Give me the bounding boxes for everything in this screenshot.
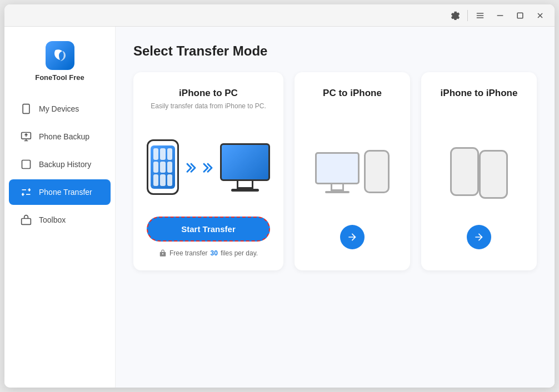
transfer-arrows bbox=[183, 159, 216, 175]
iphone-to-iphone-title: iPhone to iPhone bbox=[441, 88, 518, 99]
iphone-to-pc-bottom: Start Transfer Free transfer 30 files pe… bbox=[147, 217, 270, 257]
menu-button[interactable] bbox=[472, 8, 488, 23]
pc-to-iphone-desc bbox=[351, 102, 353, 120]
settings-button[interactable] bbox=[447, 8, 463, 23]
svg-rect-2 bbox=[477, 17, 484, 18]
sidebar-item-toolbox[interactable]: Toolbox bbox=[9, 207, 111, 233]
iphone-to-iphone-desc bbox=[478, 102, 480, 120]
sidebar-item-phone-transfer-label: Phone Transfer bbox=[39, 188, 92, 197]
sidebar-item-my-devices[interactable]: My Devices bbox=[9, 96, 111, 122]
svg-rect-4 bbox=[517, 13, 523, 18]
iphone-to-iphone-illustration bbox=[450, 131, 508, 212]
page-title: Select Transfer Mode bbox=[133, 43, 537, 59]
notice-count: 30 bbox=[211, 249, 218, 257]
pc-to-iphone-illustration bbox=[315, 131, 390, 212]
title-bar-separator bbox=[467, 10, 468, 21]
phone-small bbox=[364, 150, 390, 193]
device-icon bbox=[20, 103, 32, 115]
svg-rect-3 bbox=[497, 15, 503, 16]
sidebar-item-my-devices-label: My Devices bbox=[39, 104, 79, 113]
toolbox-icon bbox=[20, 214, 32, 226]
lock-icon bbox=[159, 249, 167, 257]
sidebar-item-backup-history-label: Backup History bbox=[39, 160, 91, 169]
iphone-to-iphone-card[interactable]: iPhone to iPhone bbox=[421, 72, 537, 270]
pc-to-iphone-bottom bbox=[308, 225, 397, 257]
sidebar-logo: FoneTool Free bbox=[4, 32, 115, 95]
logo-icon bbox=[46, 41, 74, 70]
iphone-to-pc-illustration bbox=[147, 131, 270, 203]
pc-to-iphone-card[interactable]: PC to iPhone bbox=[295, 72, 410, 270]
svg-rect-10 bbox=[22, 160, 31, 169]
minimize-button[interactable] bbox=[492, 8, 508, 23]
phone-outline-2 bbox=[479, 150, 508, 199]
phone-outline-1 bbox=[450, 147, 479, 196]
sidebar-item-phone-backup[interactable]: Phone Backup bbox=[9, 124, 111, 149]
monitor-shape bbox=[220, 143, 270, 192]
svg-rect-0 bbox=[477, 13, 484, 14]
maximize-button[interactable] bbox=[512, 8, 528, 23]
pc-shape bbox=[315, 152, 360, 193]
start-transfer-button[interactable]: Start Transfer bbox=[147, 217, 270, 242]
iphone-to-pc-desc: Easily transfer data from iPhone to PC. bbox=[151, 102, 266, 120]
notice-suffix: files per day. bbox=[221, 249, 258, 257]
backup-icon bbox=[20, 130, 32, 143]
transfer-icon bbox=[20, 186, 32, 198]
sidebar: FoneTool Free My Devices bbox=[4, 27, 116, 388]
sidebar-item-toolbox-label: Toolbox bbox=[39, 215, 66, 224]
svg-rect-7 bbox=[23, 104, 29, 114]
iphone-to-pc-title: iPhone to PC bbox=[179, 88, 238, 99]
title-bar bbox=[4, 4, 555, 27]
notice-text: Free transfer bbox=[169, 249, 208, 257]
free-notice: Free transfer 30 files per day. bbox=[159, 249, 258, 257]
app-window: FoneTool Free My Devices bbox=[4, 4, 555, 388]
close-button[interactable] bbox=[532, 8, 548, 23]
pc-to-iphone-arrow-button[interactable] bbox=[340, 225, 365, 249]
phone-shape bbox=[147, 139, 179, 195]
svg-rect-1 bbox=[477, 15, 484, 16]
iphone-to-pc-card[interactable]: iPhone to PC Easily transfer data from i… bbox=[133, 72, 283, 270]
iphone-to-iphone-arrow-button[interactable] bbox=[467, 225, 491, 249]
transfer-mode-cards: iPhone to PC Easily transfer data from i… bbox=[133, 72, 537, 270]
pc-to-iphone-title: PC to iPhone bbox=[323, 88, 382, 99]
logo-text: FoneTool Free bbox=[35, 73, 84, 82]
svg-rect-13 bbox=[22, 219, 31, 225]
sidebar-item-phone-transfer[interactable]: Phone Transfer bbox=[9, 179, 111, 205]
content-area: Select Transfer Mode iPhone to PC Easily… bbox=[116, 27, 555, 388]
history-icon bbox=[20, 158, 32, 170]
iphone-to-iphone-bottom bbox=[435, 225, 523, 257]
sidebar-item-phone-backup-label: Phone Backup bbox=[39, 132, 89, 141]
main-layout: FoneTool Free My Devices bbox=[4, 27, 555, 388]
sidebar-item-backup-history[interactable]: Backup History bbox=[9, 152, 111, 177]
phone-screen bbox=[151, 145, 175, 189]
